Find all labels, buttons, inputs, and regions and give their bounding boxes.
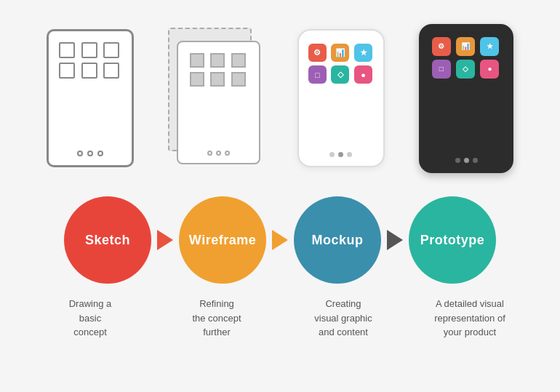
sketch-dots [77, 151, 103, 156]
mockup-desc-line2: visual graphic [314, 313, 372, 324]
sketch-desc-line1: Drawing a [69, 298, 112, 309]
prototype-desc-line1: A detailed visual [436, 298, 504, 309]
sketch-cell [103, 63, 119, 79]
wireframe-cell [210, 53, 225, 68]
arrow-mockup-prototype [387, 230, 403, 250]
mockup-app-icon: ★ [354, 44, 372, 62]
sketch-grid [59, 42, 121, 79]
wireframe-cell [231, 72, 246, 87]
wireframe-phone [177, 41, 260, 164]
sketch-description: Drawing a basic concept [41, 297, 140, 340]
sketch-label: Sketch [85, 233, 130, 248]
sketch-cell [103, 42, 119, 58]
wireframe-grid [190, 53, 248, 87]
prototype-desc-line2: representation of [434, 313, 505, 324]
wireframe-cell [190, 72, 204, 87]
mockup-phone: ⚙ 📊 ★ □ ◇ ● [297, 29, 385, 167]
wireframe-phone-outer [168, 28, 263, 169]
wireframe-desc-line1: Refining [199, 298, 234, 309]
prototype-dots [455, 158, 478, 163]
prototype-app-icon: □ [432, 60, 451, 79]
wireframe-description: Refining the concept further [167, 297, 266, 340]
sketch-phone [47, 29, 134, 167]
prototype-app-icon: ◇ [456, 60, 475, 79]
prototype-description: A detailed visual representation of your… [420, 297, 519, 340]
prototype-icons-grid: ⚙ 📊 ★ □ ◇ ● [432, 37, 501, 79]
prototype-desc-line3: your product [444, 327, 496, 337]
sketch-circle: Sketch [64, 196, 151, 284]
process-section: Sketch Wireframe Mockup Prototype Drawin… [0, 189, 560, 392]
sketch-desc-line2: basic [79, 313, 101, 324]
illustrations-section: ⚙ 📊 ★ □ ◇ ● ⚙ 📊 ★ □ ◇ ● [0, 0, 560, 189]
mockup-desc-line1: Creating [325, 298, 361, 309]
prototype-circle: Prototype [409, 196, 496, 284]
sketch-desc-line3: concept [73, 327, 107, 337]
wireframe-cell [231, 53, 246, 68]
mockup-description: Creating visual graphic and content [294, 297, 393, 340]
sketch-cell [81, 42, 97, 58]
prototype-illustration: ⚙ 📊 ★ □ ◇ ● [419, 24, 513, 173]
sketch-cell [59, 42, 75, 58]
wireframe-desc-line3: further [203, 327, 231, 337]
mockup-circle: Mockup [294, 196, 381, 284]
prototype-phone: ⚙ 📊 ★ □ ◇ ● [419, 24, 513, 173]
prototype-app-icon: ● [480, 60, 499, 79]
mockup-illustration: ⚙ 📊 ★ □ ◇ ● [297, 29, 385, 167]
wireframe-dots [207, 151, 230, 156]
mockup-dots [329, 152, 352, 157]
mockup-app-icon: ⚙ [308, 44, 327, 62]
wireframe-circle: Wireframe [179, 196, 266, 284]
prototype-app-icon: 📊 [456, 37, 475, 56]
wireframe-label: Wireframe [189, 233, 256, 248]
circles-row: Sketch Wireframe Mockup Prototype [64, 196, 496, 284]
wireframe-cell [210, 72, 225, 87]
sketch-cell [59, 63, 75, 79]
labels-row: Drawing a basic concept Refining the con… [41, 297, 519, 340]
prototype-app-icon: ⚙ [432, 37, 451, 56]
prototype-label: Prototype [420, 233, 485, 248]
wireframe-desc-line2: the concept [192, 313, 241, 324]
mockup-app-icon: 📊 [331, 44, 349, 62]
mockup-app-icon: ● [354, 65, 372, 84]
sketch-cell [81, 63, 97, 79]
arrow-wireframe-mockup [272, 230, 288, 250]
sketch-illustration [47, 29, 134, 167]
mockup-desc-line3: and content [319, 327, 368, 337]
wireframe-illustration [168, 28, 263, 169]
mockup-label: Mockup [311, 233, 363, 248]
mockup-app-icon: ◇ [331, 65, 349, 84]
prototype-app-icon: ★ [480, 37, 499, 56]
wireframe-cell [190, 53, 204, 68]
mockup-app-icon: □ [308, 65, 327, 84]
arrow-sketch-wireframe [157, 230, 173, 250]
mockup-icons-grid: ⚙ 📊 ★ □ ◇ ● [308, 44, 374, 84]
